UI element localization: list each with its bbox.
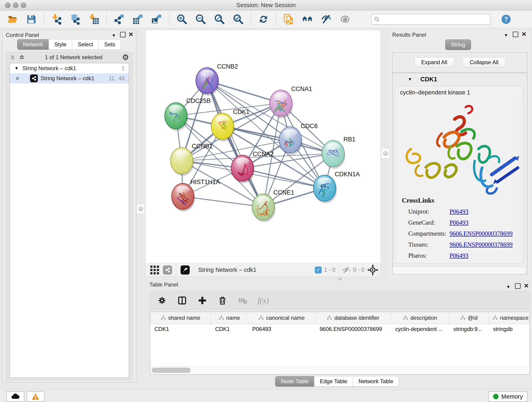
warnings-button[interactable] [27, 391, 44, 402]
column-header-canonical-name[interactable]: canonical name [248, 312, 316, 324]
search-input[interactable] [380, 16, 488, 23]
new-network-from-selection-button[interactable] [283, 13, 295, 25]
memory-button[interactable]: Memory [488, 391, 527, 402]
collapse-all-icon[interactable] [9, 54, 16, 61]
help-button[interactable]: ? [500, 13, 512, 25]
results-panel-menu-icon[interactable]: ▼ [504, 32, 508, 38]
column-header--id[interactable]: @id [449, 312, 489, 324]
tab-sets[interactable]: Sets [99, 39, 121, 50]
apply-layout-button[interactable] [258, 13, 269, 25]
selected-checkbox-icon[interactable]: ✓ [315, 267, 322, 274]
cell-shared-name[interactable]: CDK1 [150, 324, 211, 334]
left-splitter-handle[interactable] [137, 204, 145, 214]
network-options-gear-icon[interactable]: ⚙ [122, 53, 129, 62]
column-header-namespace[interactable]: namespace [489, 312, 532, 324]
cell--id[interactable]: stringdb:9... [449, 324, 489, 334]
network-node-CCNB2[interactable]: CCNB2 [196, 63, 238, 96]
import-network-button[interactable] [51, 13, 62, 25]
crosslink-link[interactable]: P06493 [450, 208, 469, 215]
crosslink-link[interactable]: P06493 [450, 252, 469, 259]
tab-network[interactable]: Network [17, 39, 49, 50]
table-panel-close-icon[interactable]: ✕ [524, 282, 529, 289]
results-panel-float-icon[interactable] [513, 32, 518, 38]
control-panel-close-icon[interactable]: ✕ [128, 31, 133, 38]
collapse-all-button[interactable]: Collapse All [462, 57, 505, 67]
column-header-database-identifier[interactable]: database identifier [316, 312, 391, 324]
import-table-button[interactable] [88, 13, 100, 25]
network-collection-row[interactable]: ▼ String Network – cdk1 1 [10, 63, 129, 73]
column-header-description[interactable]: description [391, 312, 449, 324]
network-row-selected[interactable]: String Network – cdk1 11 48 [10, 73, 129, 83]
control-panel-float-icon[interactable] [120, 32, 126, 39]
tab-edge-table[interactable]: Edge Table [314, 376, 353, 387]
network-node-RB1[interactable]: RB1 [322, 136, 355, 169]
open-session-button[interactable] [6, 13, 18, 25]
export-table-button[interactable] [132, 13, 144, 25]
crosslink-row: Pharos:P06493 [402, 252, 513, 259]
gene-header-row[interactable]: ▼ CDK1 [393, 73, 527, 85]
birds-eye-view-icon[interactable] [181, 265, 190, 274]
cell-database-identifier[interactable]: 9606.ENSP00000378699 [316, 324, 391, 334]
expand-all-icon[interactable] [18, 54, 25, 61]
delete-table-icon[interactable] [237, 295, 248, 306]
fit-selected-crosshair-icon[interactable] [367, 264, 379, 276]
table-horizontal-scrollbar[interactable] [150, 366, 530, 374]
first-neighbors-button[interactable] [302, 13, 313, 25]
network-node-CDC6[interactable]: CDC6 [279, 123, 318, 155]
show-all-button[interactable] [339, 13, 351, 25]
cloud-button[interactable] [6, 391, 24, 402]
network-edge[interactable] [207, 81, 263, 207]
zoom-selected-button[interactable] [232, 13, 244, 25]
network-type-icon [30, 75, 38, 82]
export-image-button[interactable] [151, 13, 163, 25]
add-column-icon[interactable] [197, 295, 208, 306]
tab-string[interactable]: String [445, 39, 471, 50]
search-box[interactable] [371, 14, 491, 25]
results-horizontal-scrollbar[interactable] [393, 267, 525, 274]
table-row[interactable]: CDK1CDK1P064939606.ENSP00000378699cyclin… [150, 324, 530, 334]
delete-column-trash-icon[interactable] [217, 295, 228, 306]
cell-namespace[interactable]: stringdb [489, 324, 532, 334]
expand-all-button[interactable]: Expand All [414, 57, 454, 67]
table-settings-gear-icon[interactable] [157, 295, 167, 306]
scrollbar-thumb[interactable] [152, 368, 191, 373]
network-node-HIST1H1A[interactable]: HIST1H1A [172, 179, 220, 211]
crosslink-link[interactable]: P06493 [450, 219, 469, 226]
cell-canonical-name[interactable]: P06493 [248, 324, 316, 334]
crosslink-label: Uniprot: [408, 208, 450, 215]
import-database-button[interactable] [69, 13, 81, 25]
network-badge-icon[interactable] [163, 265, 172, 274]
tab-network-table[interactable]: Network Table [353, 376, 399, 387]
horizontal-splitter-handle[interactable] [338, 277, 342, 280]
table-panel-menu-icon[interactable]: ▼ [506, 284, 510, 290]
table-panel-float-icon[interactable] [515, 283, 520, 290]
tab-node-table[interactable]: Node Table [275, 376, 314, 387]
save-session-button[interactable] [25, 13, 37, 25]
grid-view-icon[interactable] [149, 264, 161, 276]
results-vertical-scrollbar[interactable] [520, 99, 522, 255]
zoom-in-button[interactable] [176, 13, 188, 25]
gene-collapse-icon[interactable]: ▼ [408, 77, 412, 82]
zoom-fit-button[interactable] [214, 13, 225, 25]
main-toolbar: ? [0, 11, 532, 28]
network-canvas[interactable]: CCNB2 CCNA1 CDC25B CDK1 CDC6 RB1 CCNB1 C… [145, 30, 381, 263]
cell-description[interactable]: cyclin-dependent ... [391, 324, 449, 334]
cell-name[interactable]: CDK1 [211, 324, 248, 334]
export-network-button[interactable] [113, 13, 125, 25]
tab-select[interactable]: Select [72, 39, 99, 50]
control-panel-menu-icon[interactable]: ▼ [112, 32, 116, 38]
right-splitter-handle[interactable] [381, 148, 389, 158]
tab-style[interactable]: Style [49, 39, 72, 50]
column-header-shared-name[interactable]: shared name [150, 312, 211, 324]
column-header-name[interactable]: name [211, 312, 248, 324]
hide-selected-button[interactable] [320, 13, 332, 25]
crosslink-link[interactable]: 9606.ENSP00000378699 [450, 230, 513, 237]
zoom-out-button[interactable] [195, 13, 207, 25]
crosslink-link[interactable]: 9606.ENSP00000378699 [450, 241, 513, 248]
network-node-CDKN1A[interactable]: CDKN1A [313, 171, 360, 203]
show-columns-icon[interactable] [177, 295, 187, 306]
memory-label: Memory [501, 393, 523, 400]
collection-expand-icon[interactable]: ▼ [14, 66, 19, 71]
network-node-CCNE1[interactable]: CCNE1 [252, 189, 294, 222]
results-panel-close-icon[interactable]: ✕ [521, 31, 526, 38]
